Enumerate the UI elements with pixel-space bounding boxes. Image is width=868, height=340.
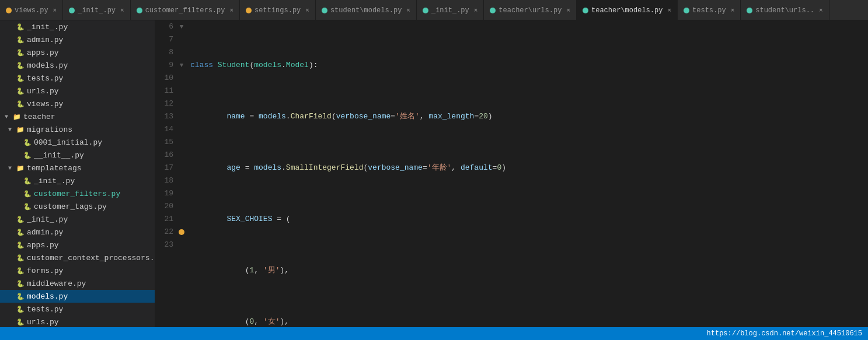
tab-close-init1[interactable]: × <box>120 7 124 14</box>
status-url: https://blog.csdn.net/weixin_44510615 <box>707 330 862 338</box>
ln-15: 15 <box>159 136 173 149</box>
py-icon: 🐍 <box>16 99 25 108</box>
tab-settings[interactable]: settings.py × <box>240 0 316 20</box>
tab-close-views[interactable]: × <box>53 7 57 14</box>
code-line-9: SEX_CHOIES = ( <box>190 213 868 226</box>
tab-close-teacher-models[interactable]: × <box>667 7 671 14</box>
tab-close-tests[interactable]: × <box>731 7 735 14</box>
tab-filters[interactable]: customer_filters.py × <box>131 0 240 20</box>
tab-label-teacher-urls: teacher\urls.py <box>499 6 562 15</box>
tab-tests[interactable]: tests.py × <box>678 0 741 20</box>
sidebar-label-0001: 0001_initial.py <box>34 138 102 147</box>
folder-icon-templatetags: 📁 <box>16 163 25 173</box>
tab-label-settings: settings.py <box>255 6 301 15</box>
code-line-8: age = models.SmallIntegerField(verbose_n… <box>190 162 868 174</box>
code-container[interactable]: 6 7 8 9 10 11 12 13 14 15 16 17 18 19 20… <box>155 20 868 327</box>
py-icon: 🐍 <box>16 22 25 31</box>
sidebar-item-views-student[interactable]: 🐍 views.py <box>0 97 155 110</box>
tab-close-settings[interactable]: × <box>305 7 309 14</box>
sidebar-item-init-student[interactable]: 🐍 _init_.py <box>0 20 155 33</box>
tab-icon-init1 <box>69 8 75 13</box>
sidebar-label: views.py <box>27 100 63 108</box>
tab-student-urls[interactable]: student\urls.. × <box>741 0 829 20</box>
sidebar-item-urls-teacher[interactable]: 🐍 urls.py <box>0 316 155 327</box>
tab-init2[interactable]: _init_.py × <box>417 0 484 20</box>
tab-icon-filters <box>137 8 142 13</box>
tab-close-teacher-urls[interactable]: × <box>566 7 570 14</box>
py-icon: 🐍 <box>16 253 25 262</box>
ln-11: 11 <box>159 85 173 97</box>
gutter-14 <box>176 123 187 136</box>
tab-bar: views.py × _init_.py × customer_filters.… <box>0 0 868 20</box>
code-line-6: class Student(models.Model): <box>190 59 868 72</box>
sidebar-label-tests-teacher: tests.py <box>27 305 63 314</box>
tab-icon-student-urls <box>747 8 752 13</box>
gutter-18 <box>176 174 187 187</box>
py-icon: 🐍 <box>16 61 25 70</box>
tab-close-filters[interactable]: × <box>229 7 233 14</box>
gutter-10 <box>176 72 187 85</box>
py-icon: 🐍 <box>16 73 25 83</box>
sidebar-label-init-mig: __init__.py <box>34 151 84 160</box>
py-icon: 🐍 <box>23 176 32 185</box>
ln-7: 7 <box>159 33 173 46</box>
sidebar-folder-migrations[interactable]: ▼ 📁 migrations <box>0 123 155 136</box>
sidebar-label-middleware: middleware.py <box>27 279 86 288</box>
sidebar-label-init-tt: _init_.py <box>34 177 75 185</box>
sidebar-item-admin-teacher[interactable]: 🐍 admin.py <box>0 226 155 239</box>
sidebar-item-tests-teacher[interactable]: 🐍 tests.py <box>0 303 155 316</box>
sidebar-item-tests-student[interactable]: 🐍 tests.py <box>0 72 155 85</box>
sidebar-label-init-teacher: _init_.py <box>27 215 68 224</box>
py-icon: 🐍 <box>16 215 25 224</box>
py-icon: 🐍 <box>16 266 25 275</box>
sidebar-item-init-tt[interactable]: 🐍 _init_.py <box>0 174 155 187</box>
sidebar-item-models-teacher[interactable]: 🐍 models.py <box>0 290 155 303</box>
sidebar-item-customer-filters[interactable]: 🐍 customer_filters.py <box>0 187 155 200</box>
arrow-teacher: ▼ <box>2 114 11 120</box>
sidebar-folder-templatetags[interactable]: ▼ 📁 templatetags <box>0 162 155 174</box>
sidebar-item-admin-student[interactable]: 🐍 admin.py <box>0 33 155 46</box>
sidebar-label-customer-tags: customer_tags.py <box>34 202 107 211</box>
sidebar-item-apps-teacher[interactable]: 🐍 apps.py <box>0 239 155 251</box>
tab-label-filters: customer_filters.py <box>145 6 225 15</box>
sidebar-item-middleware[interactable]: 🐍 middleware.py <box>0 277 155 290</box>
tab-views[interactable]: views.py × <box>0 0 63 20</box>
tab-init1[interactable]: _init_.py × <box>63 0 130 20</box>
tab-label-init2: _init_.py <box>431 6 469 15</box>
sidebar-label-admin-teacher: admin.py <box>27 228 63 237</box>
sidebar-item-init-teacher[interactable]: 🐍 _init_.py <box>0 213 155 226</box>
sidebar-item-init-mig[interactable]: 🐍 __init__.py <box>0 149 155 162</box>
py-icon: 🐍 <box>23 202 32 211</box>
sidebar-folder-teacher[interactable]: ▼ 📁 teacher <box>0 110 155 123</box>
sidebar-label-teacher: teacher <box>23 113 55 121</box>
py-icon: 🐍 <box>16 48 25 57</box>
gutter-20 <box>176 200 187 213</box>
tab-student-models[interactable]: student\models.py × <box>316 0 417 20</box>
tab-close-init2[interactable]: × <box>474 7 478 14</box>
sidebar-item-models-student[interactable]: 🐍 models.py <box>0 59 155 72</box>
tab-icon-student-models <box>322 8 327 13</box>
sidebar-item-ccp[interactable]: 🐍 customer_context_processors.py <box>0 251 155 264</box>
ln-10: 10 <box>159 72 173 85</box>
tab-close-student-models[interactable]: × <box>406 7 410 14</box>
tab-teacher-urls[interactable]: teacher\urls.py × <box>484 0 577 20</box>
tab-label-views: views.py <box>15 6 48 15</box>
tab-close-student-urls[interactable]: × <box>819 7 823 14</box>
sidebar-item-apps-student[interactable]: 🐍 apps.py <box>0 46 155 59</box>
py-icon: 🐍 <box>16 35 25 44</box>
sidebar-label: _init_.py <box>27 23 68 31</box>
tab-label-init1: _init_.py <box>78 6 116 15</box>
sidebar-item-urls-student[interactable]: 🐍 urls.py <box>0 85 155 97</box>
tab-icon-tests <box>684 8 689 13</box>
tab-teacher-models[interactable]: teacher\models.py × <box>577 0 678 20</box>
sidebar-label-ccp: customer_context_processors.py <box>27 254 155 262</box>
sidebar-item-0001[interactable]: 🐍 0001_initial.py <box>0 136 155 149</box>
gutter-9: ▼ <box>176 59 187 72</box>
sidebar-label-customer-filters: customer_filters.py <box>34 190 120 198</box>
sidebar-label: tests.py <box>27 74 63 83</box>
ln-6: 6 <box>159 20 173 33</box>
sidebar-item-forms[interactable]: 🐍 forms.py <box>0 264 155 277</box>
tab-icon-teacher-models <box>583 8 588 13</box>
sidebar-item-customer-tags[interactable]: 🐍 customer_tags.py <box>0 200 155 213</box>
ln-14: 14 <box>159 123 173 136</box>
